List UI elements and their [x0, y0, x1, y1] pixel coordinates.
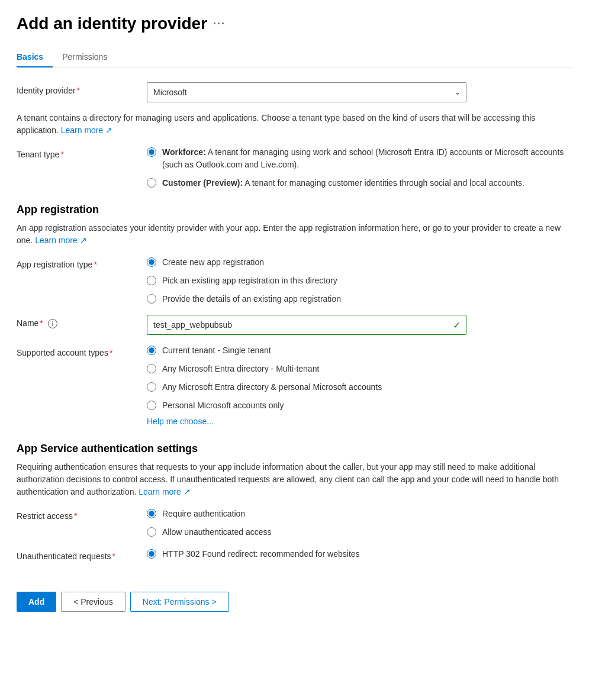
tenant-type-customer-radio[interactable] [147, 178, 156, 188]
restrict-access-row: Restrict access* Require authentication … [17, 508, 572, 538]
app-registration-section: App registration An app registration ass… [17, 204, 572, 247]
previous-button[interactable]: < Previous [61, 592, 125, 612]
identity-provider-label: Identity provider* [17, 82, 135, 95]
app-reg-learn-more-link[interactable]: Learn more ↗ [35, 236, 86, 245]
app-service-learn-more-link[interactable]: Learn more ↗ [139, 487, 190, 496]
account-any-entra-personal-radio[interactable] [147, 382, 156, 392]
app-service-section: App Service authentication settings Requ… [17, 443, 572, 498]
require-auth-radio[interactable] [147, 509, 156, 518]
app-reg-pick-existing-option[interactable]: Pick an existing app registration in thi… [147, 275, 572, 287]
account-any-entra-radio[interactable] [147, 364, 156, 373]
app-service-info: Requiring authentication ensures that re… [17, 461, 572, 498]
app-reg-provide-details-option[interactable]: Provide the details of an existing app r… [147, 293, 572, 305]
next-permissions-button[interactable]: Next: Permissions > [130, 592, 229, 612]
tab-bar: Basics Permissions [17, 47, 572, 68]
restrict-access-control: Require authentication Allow unauthentic… [147, 508, 572, 538]
supported-account-types-radio-group: Current tenant - Single tenant Any Micro… [147, 344, 572, 412]
unauthenticated-requests-control: HTTP 302 Found redirect: recommended for… [147, 548, 572, 560]
account-any-entra-personal-label: Any Microsoft Entra directory & personal… [162, 381, 382, 393]
allow-unauth-option[interactable]: Allow unauthenticated access [147, 526, 572, 538]
supported-account-types-row: Supported account types* Current tenant … [17, 344, 572, 426]
name-input-wrapper: ✓ [147, 315, 466, 335]
name-info-icon: i [48, 319, 57, 328]
app-reg-create-new-option[interactable]: Create new app registration [147, 256, 572, 269]
footer-buttons: Add < Previous Next: Permissions > [17, 580, 572, 612]
tenant-type-radio-group: Workforce: A tenant for managing using w… [147, 146, 572, 189]
unauthenticated-requests-row: Unauthenticated requests* HTTP 302 Found… [17, 548, 572, 561]
unauthenticated-requests-radio-group: HTTP 302 Found redirect: recommended for… [147, 548, 572, 560]
unauthenticated-requests-label: Unauthenticated requests* [17, 548, 135, 561]
http302-option[interactable]: HTTP 302 Found redirect: recommended for… [147, 548, 572, 560]
app-reg-provide-details-label: Provide the details of an existing app r… [162, 293, 341, 305]
account-current-tenant-option[interactable]: Current tenant - Single tenant [147, 344, 572, 357]
app-reg-create-new-radio[interactable] [147, 257, 156, 267]
add-button[interactable]: Add [17, 592, 56, 612]
account-personal-only-option[interactable]: Personal Microsoft accounts only [147, 399, 572, 412]
tenant-type-control: Workforce: A tenant for managing using w… [147, 146, 572, 189]
supported-account-types-control: Current tenant - Single tenant Any Micro… [147, 344, 572, 426]
require-auth-option[interactable]: Require authentication [147, 508, 572, 520]
app-reg-create-new-label: Create new app registration [162, 256, 264, 269]
identity-provider-control: Microsoft Google Facebook Twitter Apple … [147, 82, 572, 102]
account-any-entra-option[interactable]: Any Microsoft Entra directory - Multi-te… [147, 363, 572, 375]
page-title: Add an identity provider ··· [17, 14, 572, 33]
identity-provider-select[interactable]: Microsoft Google Facebook Twitter Apple [147, 82, 466, 102]
tenant-type-customer-label: Customer (Preview): A tenant for managin… [162, 177, 524, 189]
account-any-entra-label: Any Microsoft Entra directory - Multi-te… [162, 363, 319, 375]
tenant-type-customer-option[interactable]: Customer (Preview): A tenant for managin… [147, 177, 572, 189]
app-service-title: App Service authentication settings [17, 443, 572, 455]
tenant-type-workforce-option[interactable]: Workforce: A tenant for managing using w… [147, 146, 572, 171]
allow-unauth-label: Allow unauthenticated access [162, 526, 271, 538]
app-reg-type-label: App registration type* [17, 256, 135, 269]
app-registration-info: An app registration associates your iden… [17, 222, 572, 247]
app-reg-provide-details-radio[interactable] [147, 294, 156, 304]
tab-permissions[interactable]: Permissions [62, 47, 117, 67]
http302-radio[interactable] [147, 549, 156, 559]
name-label: Name* i [17, 315, 135, 328]
account-current-tenant-radio[interactable] [147, 346, 156, 355]
identity-provider-select-wrapper: Microsoft Google Facebook Twitter Apple … [147, 82, 466, 102]
tenant-type-workforce-label: Workforce: A tenant for managing using w… [162, 146, 572, 171]
restrict-access-label: Restrict access* [17, 508, 135, 521]
tab-basics[interactable]: Basics [17, 47, 53, 67]
tenant-info-text: A tenant contains a directory for managi… [17, 112, 572, 137]
account-personal-only-radio[interactable] [147, 401, 156, 410]
app-reg-pick-existing-label: Pick an existing app registration in thi… [162, 275, 337, 287]
account-personal-only-label: Personal Microsoft accounts only [162, 399, 284, 412]
app-registration-title: App registration [17, 204, 572, 216]
tenant-type-row: Tenant type* Workforce: A tenant for man… [17, 146, 572, 189]
name-control: ✓ [147, 315, 572, 335]
title-text: Add an identity provider [17, 14, 207, 33]
name-row: Name* i ✓ [17, 315, 572, 335]
supported-account-types-label: Supported account types* [17, 344, 135, 357]
more-options-icon: ··· [213, 18, 226, 30]
restrict-access-radio-group: Require authentication Allow unauthentic… [147, 508, 572, 538]
app-reg-type-row: App registration type* Create new app re… [17, 256, 572, 305]
app-reg-type-radio-group: Create new app registration Pick an exis… [147, 256, 572, 305]
account-any-entra-personal-option[interactable]: Any Microsoft Entra directory & personal… [147, 381, 572, 393]
allow-unauth-radio[interactable] [147, 527, 156, 537]
help-me-choose-link[interactable]: Help me choose... [147, 417, 214, 426]
app-reg-type-control: Create new app registration Pick an exis… [147, 256, 572, 305]
identity-provider-row: Identity provider* Microsoft Google Face… [17, 82, 572, 102]
require-auth-label: Require authentication [162, 508, 245, 520]
tenant-type-label: Tenant type* [17, 146, 135, 159]
app-reg-pick-existing-radio[interactable] [147, 276, 156, 285]
name-input[interactable] [147, 315, 466, 335]
tenant-type-workforce-radio[interactable] [147, 147, 156, 157]
check-icon: ✓ [453, 320, 461, 331]
http302-label: HTTP 302 Found redirect: recommended for… [162, 548, 360, 560]
account-current-tenant-label: Current tenant - Single tenant [162, 344, 271, 357]
tenant-learn-more-link[interactable]: Learn more ↗ [61, 125, 112, 135]
